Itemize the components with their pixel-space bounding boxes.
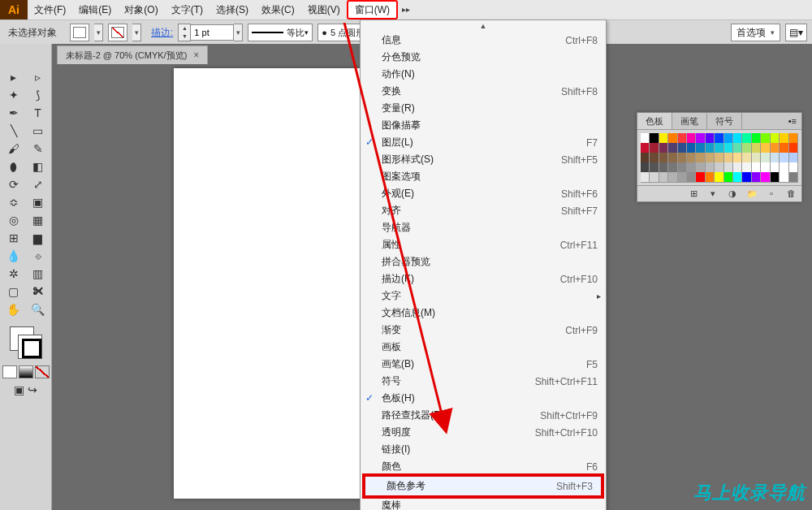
hand-tool[interactable]: ✋ — [2, 300, 25, 318]
stroke-swatch[interactable] — [108, 24, 127, 41]
symbol-sprayer-tool[interactable]: ✲ — [2, 265, 25, 283]
fill-stroke-control[interactable] — [10, 326, 42, 359]
window-menu-item-20[interactable]: 符号Shift+Ctrl+F11 — [361, 373, 606, 390]
zoom-tool[interactable]: 🔍 — [27, 300, 50, 318]
panel-tab-brushes[interactable]: 画笔 — [672, 113, 707, 129]
swatch-cell[interactable] — [752, 172, 761, 183]
swatch-cell[interactable] — [789, 172, 798, 183]
line-tool[interactable]: ╲ — [2, 122, 25, 140]
menu-item-2[interactable]: 对象(O) — [118, 0, 164, 19]
swatch-cell[interactable] — [780, 172, 788, 183]
window-menu-item-24[interactable]: 链接(I) — [361, 441, 606, 458]
menu-item-3[interactable]: 文字(T) — [165, 0, 209, 19]
window-menu-item-4[interactable]: 变量(R) — [361, 100, 606, 117]
window-menu-item-15[interactable]: 文字▸ — [361, 287, 606, 305]
fill-swatch[interactable] — [70, 24, 89, 41]
window-menu-item-13[interactable]: 拼合器预览 — [361, 253, 606, 270]
blend-tool[interactable]: ⟐ — [27, 247, 50, 265]
menubar-overflow[interactable]: ▸▸ — [398, 0, 414, 19]
window-menu-item-8[interactable]: 图案选项 — [361, 168, 606, 185]
window-menu-item-21[interactable]: ✓色板(H) — [361, 390, 606, 407]
window-menu-item-23[interactable]: 透明度Shift+Ctrl+F10 — [361, 424, 606, 441]
pen-tool[interactable]: ✒ — [2, 104, 25, 122]
stroke-weight-spinner[interactable]: ▲▼ — [178, 24, 191, 41]
close-icon[interactable]: × — [193, 46, 199, 64]
rotate-tool[interactable]: ⟳ — [2, 175, 25, 193]
type-tool[interactable]: T — [27, 104, 50, 122]
panel-tab-symbols[interactable]: 符号 — [707, 113, 742, 129]
swatch-cell[interactable] — [771, 172, 780, 183]
window-menu-item-1[interactable]: 分色预览 — [361, 49, 606, 66]
rectangle-tool[interactable]: ▭ — [27, 122, 50, 140]
swatch-cell[interactable] — [650, 172, 659, 183]
screen-mode-icon[interactable]: ↪ — [28, 383, 37, 396]
selection-tool[interactable]: ▸ — [2, 68, 25, 86]
menu-item-1[interactable]: 编辑(E) — [72, 0, 118, 19]
window-menu-item-5[interactable]: 图像描摹 — [361, 117, 606, 134]
direct-selection-tool[interactable]: ▹ — [27, 68, 50, 86]
stroke-dropdown[interactable]: ▾ — [132, 24, 141, 41]
window-menu-item-19[interactable]: 画笔(B)F5 — [361, 356, 606, 373]
stroke-profile-dropdown[interactable]: 等比 ▾ — [248, 24, 313, 41]
window-menu-item-26[interactable]: 颜色参考Shift+F3 — [362, 473, 604, 499]
gradient-tool[interactable]: ▆ — [27, 229, 50, 247]
menu-item-7[interactable]: 窗口(W) — [347, 0, 398, 19]
window-menu-item-11[interactable]: 导航器 — [361, 219, 606, 236]
panel-tab-swatches[interactable]: 色板 — [637, 113, 672, 129]
swatch-cell[interactable] — [733, 172, 742, 183]
swatch-cell[interactable] — [668, 172, 677, 183]
panel-menu-button[interactable]: ▤▾ — [785, 24, 807, 41]
window-menu-item-14[interactable]: 描边(K)Ctrl+F10 — [361, 270, 606, 287]
window-menu-item-6[interactable]: ✓图层(L)F7 — [361, 134, 606, 151]
window-menu-item-22[interactable]: 路径查找器(P)Shift+Ctrl+F9 — [361, 407, 606, 424]
window-menu-item-0[interactable]: 信息Ctrl+F8 — [361, 32, 606, 49]
swatch-cell[interactable] — [659, 172, 668, 183]
panel-menu-icon[interactable]: •≡ — [784, 113, 801, 129]
window-menu-item-27[interactable]: 魔棒 — [361, 497, 606, 510]
swatch-cell[interactable] — [641, 172, 650, 183]
stroke-weight-value[interactable] — [191, 24, 234, 41]
color-mode-solid[interactable] — [2, 365, 17, 378]
window-menu-item-16[interactable]: 文档信息(M) — [361, 305, 606, 322]
swatches-panel[interactable]: 色板 画笔 符号 •≡ ⊞ ▾ ◑ ▫ 🗑 — [637, 112, 802, 202]
artboard-tool[interactable]: ▢ — [2, 283, 25, 300]
swatch-cell[interactable] — [761, 172, 770, 183]
swatch-options-icon[interactable]: ◑ — [725, 188, 740, 199]
document-tab[interactable]: 未标题-2 @ 70% (CMYK/预览) × — [57, 45, 208, 64]
swatch-library-icon[interactable]: ⊞ — [686, 188, 701, 199]
window-menu-item-10[interactable]: 对齐Shift+F7 — [361, 202, 606, 219]
window-menu-item-7[interactable]: 图形样式(S)Shift+F5 — [361, 151, 606, 168]
fill-dropdown[interactable]: ▾ — [94, 24, 103, 41]
swatch-cell[interactable] — [715, 172, 723, 183]
menu-item-0[interactable]: 文件(F) — [28, 0, 72, 19]
lasso-tool[interactable]: ⟆ — [27, 86, 50, 104]
swatches-grid[interactable] — [637, 130, 801, 185]
draw-normal-icon[interactable]: ▣ — [14, 383, 24, 396]
window-menu-item-25[interactable]: 颜色F6 — [361, 458, 606, 475]
magic-wand-tool[interactable]: ✦ — [2, 86, 25, 104]
mesh-tool[interactable]: ⊞ — [2, 229, 25, 247]
graph-tool[interactable]: ▥ — [27, 265, 50, 283]
window-menu-item-3[interactable]: 变换Shift+F8 — [361, 83, 606, 100]
window-menu-item-9[interactable]: 外观(E)Shift+F6 — [361, 185, 606, 202]
shape-builder-tool[interactable]: ◎ — [2, 211, 25, 229]
menu-item-5[interactable]: 效果(C) — [255, 0, 301, 19]
slice-tool[interactable]: ✀ — [27, 283, 50, 300]
scale-tool[interactable]: ⤢ — [27, 175, 50, 193]
color-mode-none[interactable] — [35, 365, 50, 378]
blob-brush-tool[interactable]: ⬮ — [2, 158, 25, 175]
swatch-cell[interactable] — [687, 172, 696, 183]
delete-swatch-icon[interactable]: 🗑 — [784, 188, 798, 199]
color-mode-gradient[interactable] — [19, 365, 33, 378]
window-menu-item-2[interactable]: 动作(N) — [361, 66, 606, 83]
preferences-button[interactable]: 首选项 ▾ — [731, 24, 780, 41]
window-menu-item-17[interactable]: 渐变Ctrl+F9 — [361, 322, 606, 339]
window-menu-item-12[interactable]: 属性Ctrl+F11 — [361, 236, 606, 253]
stroke-label[interactable]: 描边: — [151, 26, 173, 40]
new-swatch-icon[interactable]: ▫ — [764, 188, 779, 199]
swatch-kind-icon[interactable]: ▾ — [706, 188, 720, 199]
width-tool[interactable]: ≎ — [2, 193, 25, 211]
paintbrush-tool[interactable]: 🖌 — [2, 140, 25, 158]
menu-item-6[interactable]: 视图(V) — [301, 0, 347, 19]
swatch-cell[interactable] — [678, 172, 687, 183]
